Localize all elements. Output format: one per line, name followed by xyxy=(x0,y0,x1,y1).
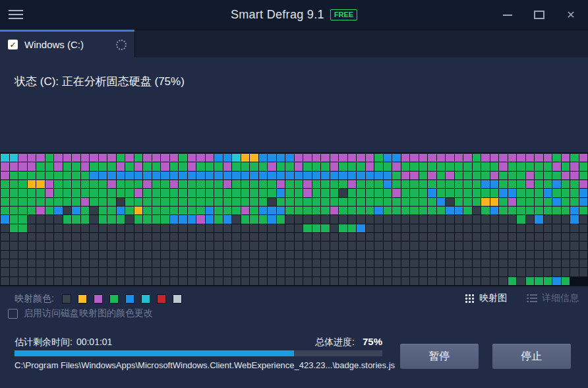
disk-block xyxy=(463,180,472,188)
map-view-button[interactable]: 映射图 xyxy=(465,292,507,304)
disk-block xyxy=(125,251,134,259)
disk-block xyxy=(259,162,268,170)
app-window: Smart Defrag 9.1 FREE ✕ ✓ Windows (C:) 状… xyxy=(0,0,588,388)
legend-label: 映射颜色: xyxy=(15,293,54,305)
disk-block xyxy=(232,180,241,188)
disk-block xyxy=(366,242,374,249)
close-button[interactable]: ✕ xyxy=(555,0,587,30)
disk-block xyxy=(206,215,214,223)
disk-block xyxy=(285,233,294,241)
disk-block xyxy=(579,224,588,232)
disk-block xyxy=(455,189,463,197)
disk-block xyxy=(232,242,241,249)
disk-block xyxy=(419,180,428,188)
disk-block xyxy=(544,198,552,206)
disk-block xyxy=(312,215,321,223)
disk-block xyxy=(72,172,80,179)
disk-block xyxy=(170,233,179,241)
disk-block xyxy=(63,215,72,223)
disk-block xyxy=(161,277,169,285)
disk-block xyxy=(277,189,285,197)
disk-block xyxy=(384,277,392,285)
disk-block xyxy=(63,207,72,214)
disk-block xyxy=(490,215,499,223)
disk-block xyxy=(250,189,258,197)
disk-block xyxy=(152,251,161,259)
menu-icon[interactable] xyxy=(9,10,23,19)
disk-block xyxy=(277,259,285,267)
disk-block xyxy=(357,233,365,241)
enable-color-change-option[interactable]: 启用访问磁盘映射图的颜色更改 xyxy=(8,307,153,319)
disk-block xyxy=(250,251,258,259)
disk-block xyxy=(241,259,250,267)
tab-windows-c[interactable]: ✓ Windows (C:) xyxy=(0,30,134,57)
disk-block xyxy=(107,162,116,170)
disk-block xyxy=(90,268,98,276)
disk-block xyxy=(562,224,570,232)
disk-block xyxy=(473,277,481,285)
disk-block xyxy=(562,268,570,276)
disk-block xyxy=(99,224,107,232)
disk-block xyxy=(277,251,285,259)
disk-block xyxy=(54,224,63,232)
disk-block xyxy=(143,268,152,276)
disk-block xyxy=(223,154,232,162)
disk-block xyxy=(152,277,161,285)
disk-block xyxy=(170,268,179,276)
disk-block xyxy=(366,251,374,259)
disk-block xyxy=(161,172,169,179)
disk-block xyxy=(18,233,27,241)
disk-block xyxy=(410,215,419,223)
disk-block xyxy=(374,233,383,241)
disk-block xyxy=(206,233,214,241)
disk-block xyxy=(125,207,134,214)
disk-block xyxy=(330,215,339,223)
drive-checkbox-checked-icon[interactable]: ✓ xyxy=(8,40,18,49)
disk-block xyxy=(473,251,481,259)
disk-block xyxy=(125,268,134,276)
disk-block xyxy=(384,154,392,162)
disk-block xyxy=(81,207,90,214)
disk-block xyxy=(437,154,446,162)
disk-block xyxy=(259,233,268,241)
disk-block xyxy=(526,215,535,223)
disk-block xyxy=(170,259,179,267)
disk-block xyxy=(473,180,481,188)
disk-block xyxy=(143,198,152,206)
list-lines-icon xyxy=(527,294,537,302)
disk-block xyxy=(446,268,454,276)
minimize-button[interactable] xyxy=(492,0,523,30)
maximize-button[interactable] xyxy=(523,0,555,30)
disk-block xyxy=(481,233,490,241)
pause-button[interactable]: 暂停 xyxy=(400,344,479,369)
disk-block xyxy=(72,162,80,170)
disk-block xyxy=(125,198,134,206)
disk-block xyxy=(419,189,428,197)
disk-block xyxy=(259,215,268,223)
disk-block xyxy=(579,233,588,241)
disk-block xyxy=(357,242,365,249)
disk-block xyxy=(508,224,517,232)
disk-block xyxy=(544,162,552,170)
disk-block xyxy=(125,180,134,188)
disk-block xyxy=(463,233,472,241)
disk-block xyxy=(45,154,54,162)
details-view-button[interactable]: 详细信息 xyxy=(527,292,579,304)
remaining-time-label: 估计剩余时间: xyxy=(15,337,73,348)
disk-block xyxy=(473,233,481,241)
legend-swatches xyxy=(62,294,182,304)
disk-block xyxy=(508,242,517,249)
disk-block xyxy=(241,277,250,285)
disk-block xyxy=(63,251,72,259)
disk-block xyxy=(206,189,214,197)
disk-block xyxy=(544,207,552,214)
checkbox-unchecked-icon[interactable] xyxy=(8,309,18,319)
disk-block xyxy=(214,259,223,267)
stop-button[interactable]: 停止 xyxy=(492,344,571,369)
disk-block xyxy=(179,172,187,179)
disk-block xyxy=(268,242,276,249)
disk-block xyxy=(81,242,90,249)
disk-block xyxy=(321,268,330,276)
disk-block xyxy=(499,207,508,214)
progress-fill xyxy=(15,350,294,356)
